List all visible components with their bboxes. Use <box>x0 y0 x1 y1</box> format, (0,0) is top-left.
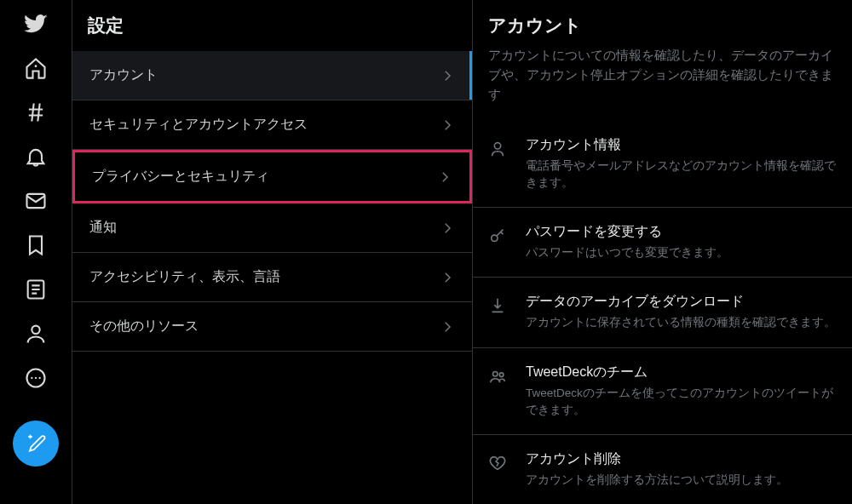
compose-button[interactable] <box>13 421 59 467</box>
detail-item-label: パスワードを変更する <box>526 223 837 241</box>
settings-item-security[interactable]: セキュリティとアカウントアクセス <box>72 100 472 150</box>
svg-point-11 <box>499 372 504 376</box>
svg-point-8 <box>494 142 500 148</box>
svg-point-3 <box>32 326 39 334</box>
detail-item-label: アカウント情報 <box>526 136 837 154</box>
explore-icon[interactable] <box>24 100 48 124</box>
home-icon[interactable] <box>24 56 48 80</box>
settings-title: 設定 <box>72 0 472 51</box>
lists-icon[interactable] <box>24 278 48 301</box>
settings-column: 設定 アカウント セキュリティとアカウントアクセス プライバシーとセキュリティ … <box>72 0 473 504</box>
nav-sidebar <box>0 0 72 504</box>
profile-icon[interactable] <box>24 322 48 346</box>
chevron-right-icon <box>440 319 455 335</box>
detail-item-tweetdeck[interactable]: TweetDeckのチーム TweetDeckのチームを使ってこのアカウントのツ… <box>473 348 852 436</box>
settings-item-label: セキュリティとアカウントアクセス <box>89 116 308 134</box>
settings-item-account[interactable]: アカウント <box>72 51 472 100</box>
svg-point-6 <box>35 377 37 379</box>
svg-point-10 <box>493 371 498 376</box>
chevron-right-icon <box>440 220 455 236</box>
svg-point-0 <box>35 65 37 67</box>
detail-item-label: アカウント削除 <box>526 450 837 468</box>
more-icon[interactable] <box>24 366 48 390</box>
settings-item-accessibility[interactable]: アクセシビリティ、表示、言語 <box>72 253 472 302</box>
detail-item-label: データのアーカイブをダウンロード <box>526 293 837 311</box>
svg-point-9 <box>492 235 498 241</box>
svg-point-7 <box>39 377 41 379</box>
people-icon <box>488 367 507 386</box>
bookmarks-icon[interactable] <box>24 233 48 257</box>
detail-item-delete[interactable]: アカウント削除 アカウントを削除する方法について説明します。 <box>473 435 852 504</box>
person-icon <box>488 140 507 158</box>
notifications-icon[interactable] <box>24 145 48 169</box>
settings-item-label: 通知 <box>89 219 117 237</box>
chevron-right-icon <box>437 169 452 185</box>
detail-item-download[interactable]: データのアーカイブをダウンロード アカウントに保存されている情報の種類を確認でき… <box>473 278 852 347</box>
detail-item-sub: アカウントを削除する方法について説明します。 <box>526 472 837 489</box>
detail-item-sub: 電話番号やメールアドレスなどのアカウント情報を確認できます。 <box>526 158 837 192</box>
detail-item-password[interactable]: パスワードを変更する パスワードはいつでも変更できます。 <box>473 208 852 278</box>
settings-item-label: アカウント <box>89 66 158 84</box>
detail-title: アカウント <box>473 0 852 46</box>
messages-icon[interactable] <box>24 189 48 213</box>
detail-item-label: TweetDeckのチーム <box>526 364 837 381</box>
settings-item-label: その他のリソース <box>89 318 199 335</box>
key-icon <box>488 226 507 245</box>
detail-column: アカウント アカウントについての情報を確認したり、データのアーカイブや、アカウン… <box>473 0 852 504</box>
download-icon <box>488 296 507 315</box>
broken-heart-icon <box>488 454 507 472</box>
detail-item-sub: パスワードはいつでも変更できます。 <box>526 244 837 261</box>
detail-description: アカウントについての情報を確認したり、データのアーカイブや、アカウント停止オプシ… <box>473 46 852 121</box>
twitter-logo-icon[interactable] <box>24 12 48 36</box>
chevron-right-icon <box>440 117 455 133</box>
chevron-right-icon <box>440 270 455 285</box>
chevron-right-icon <box>440 68 455 83</box>
settings-item-label: プライバシーとセキュリティ <box>92 168 269 186</box>
detail-item-sub: アカウントに保存されている情報の種類を確認できます。 <box>526 314 837 331</box>
settings-item-notifications[interactable]: 通知 <box>72 203 472 253</box>
detail-item-account-info[interactable]: アカウント情報 電話番号やメールアドレスなどのアカウント情報を確認できます。 <box>473 121 852 209</box>
settings-item-privacy[interactable]: プライバシーとセキュリティ <box>72 150 472 203</box>
detail-item-sub: TweetDeckのチームを使ってこのアカウントのツイートができます。 <box>526 385 837 420</box>
settings-item-label: アクセシビリティ、表示、言語 <box>89 268 280 286</box>
svg-point-5 <box>31 377 32 379</box>
settings-item-resources[interactable]: その他のリソース <box>72 302 472 352</box>
